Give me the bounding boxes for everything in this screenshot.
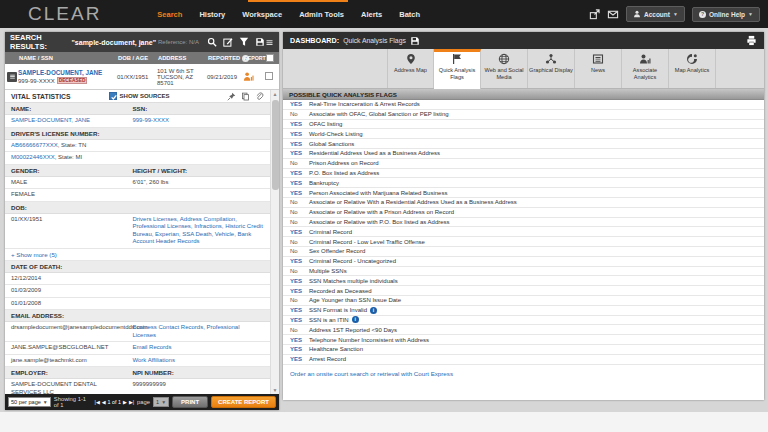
flag-value[interactable]: YES — [283, 356, 309, 362]
flag-row: NoAssociate or Relative with P.O. Box li… — [283, 218, 764, 228]
nav-search[interactable]: Search — [157, 10, 182, 19]
detail-value: FEMALE — [11, 191, 35, 197]
print-dashboard-icon[interactable] — [746, 35, 757, 46]
result-row[interactable]: SAMPLE-DOCUMENT, JANE 999-99-XXXX DECEAS… — [5, 64, 279, 90]
nav-history[interactable]: History — [199, 10, 225, 19]
pushpin-icon[interactable] — [227, 92, 236, 101]
copy-document-icon[interactable] — [241, 92, 250, 101]
col-dob-age[interactable]: DOB / AGE — [117, 55, 157, 61]
result-name-link[interactable]: SAMPLE-DOCUMENT, JANE — [18, 69, 117, 76]
info-icon[interactable]: i — [352, 316, 359, 323]
quick-analysis-report-icon[interactable] — [243, 71, 254, 82]
tab-quick-analysis-flags[interactable]: Quick Analysis Flags — [434, 49, 481, 89]
flag-value[interactable]: YES — [283, 346, 309, 352]
dashboard-subtitle: Quick Analysis Flags — [343, 37, 406, 44]
first-page-button[interactable]: |◀ — [95, 399, 100, 405]
nav-admin-tools[interactable]: Admin Tools — [299, 10, 344, 19]
flag-label: Prison Address on Record — [309, 160, 379, 166]
flag-value[interactable]: YES — [283, 121, 309, 127]
field-label-row: DOB: — [5, 202, 270, 214]
flag-label: Associate with OFAC, Global Sanction or … — [309, 111, 449, 117]
flag-label: Person Associated with Marijuana Related… — [309, 190, 447, 196]
row-handle-icon[interactable] — [7, 72, 17, 82]
show-more-link[interactable]: + Show more (5) — [5, 249, 270, 261]
scroll-up-icon[interactable]: ▲ — [273, 90, 278, 98]
flag-value[interactable]: YES — [283, 337, 309, 343]
flag-value[interactable]: YES — [283, 229, 309, 235]
detail-link[interactable]: Drivers Licenses, Address Compilation, P… — [132, 216, 262, 245]
export-icon[interactable] — [589, 9, 600, 20]
prev-page-button[interactable]: ◀ — [102, 399, 106, 405]
create-report-button[interactable]: CREATE REPORT — [211, 396, 276, 408]
page-select[interactable]: 1▼ — [153, 397, 169, 407]
flag-value[interactable]: YES — [283, 258, 309, 264]
flag-value[interactable]: YES — [283, 141, 309, 147]
flag-value[interactable]: YES — [283, 101, 309, 107]
detail-link[interactable]: Email Records — [132, 344, 171, 350]
mail-icon[interactable] — [607, 9, 619, 20]
flag-value[interactable]: YES — [283, 150, 309, 156]
flag-value[interactable]: YES — [283, 170, 309, 176]
court-express-link[interactable]: Order an onsite court search or retrieva… — [283, 365, 764, 377]
flag-row: YESArrest Record — [283, 355, 764, 365]
results-scrollbar[interactable]: ▲ ▼ — [270, 90, 279, 394]
tab-news[interactable]: News — [575, 49, 622, 88]
vital-statistics-title: VITAL STATISTICS — [11, 93, 71, 100]
flag-label: Associate or Relative With a Residential… — [309, 199, 517, 205]
detail-link[interactable]: SAMPLE-DOCUMENT, JANE — [11, 117, 90, 123]
flag-value[interactable]: YES — [283, 278, 309, 284]
paperclip-icon[interactable] — [255, 92, 264, 101]
save-dashboard-icon[interactable] — [410, 36, 420, 46]
flag-value[interactable]: YES — [283, 307, 309, 313]
detail-link[interactable]: Business Contact Records, Professional L… — [132, 324, 239, 338]
tab-web-and-social-media[interactable]: Web and Social Media — [481, 49, 528, 88]
flag-value[interactable]: YES — [283, 180, 309, 186]
tab-label: News — [591, 67, 605, 74]
flag-label: SSN Format is Invalidi — [309, 307, 377, 314]
account-button[interactable]: Account ▼ — [626, 6, 685, 22]
panel-menu-icon[interactable] — [265, 38, 274, 47]
flag-value[interactable]: YES — [283, 131, 309, 137]
per-page-select[interactable]: 50 per page▼ — [8, 397, 51, 407]
nav-alerts[interactable]: Alerts — [361, 10, 382, 19]
tab-associate-analytics[interactable]: Associate Analytics — [622, 49, 669, 88]
nav-workspace[interactable]: Workspace — [242, 10, 282, 19]
scrollbar-thumb[interactable] — [272, 100, 279, 190]
next-page-button[interactable]: ▶ — [123, 399, 127, 405]
col-reported[interactable]: REPORTED — [208, 55, 240, 61]
online-help-button[interactable]: ? Online Help ▼ — [692, 7, 760, 22]
detail-link[interactable]: M00022446XXX — [11, 154, 55, 160]
detail-link[interactable]: 999-99-XXXX — [132, 117, 169, 123]
result-checkbox[interactable] — [265, 72, 273, 80]
search-icon[interactable] — [207, 37, 217, 47]
dashboard-tabs: Address MapQuick Analysis FlagsWeb and S… — [283, 49, 764, 89]
col-name-ssn[interactable]: NAME / SSN — [18, 55, 117, 61]
flag-value[interactable]: YES — [283, 190, 309, 196]
flag-row: NoAssociate or Relative With a Residenti… — [283, 198, 764, 208]
search-query: "sample-document, jane" — [72, 39, 156, 46]
col-address[interactable]: ADDRESS — [157, 55, 207, 61]
detail-row: 01/03/2009 — [5, 285, 270, 298]
flag-value[interactable]: YES — [283, 317, 309, 323]
edit-search-icon[interactable] — [223, 37, 233, 47]
tab-graphical-display[interactable]: Graphical Display — [528, 49, 575, 88]
print-button[interactable]: PRINT — [172, 396, 208, 408]
show-sources-checkbox[interactable] — [109, 92, 117, 100]
last-page-button[interactable]: ▶| — [129, 399, 134, 405]
select-all-checkbox[interactable] — [266, 54, 274, 62]
info-icon[interactable]: i — [370, 307, 377, 314]
filter-icon[interactable] — [239, 37, 249, 47]
chevron-down-icon: ▼ — [748, 11, 753, 17]
tab-address-map[interactable]: Address Map — [387, 49, 434, 88]
detail-link[interactable]: Work Affiliations — [132, 357, 174, 363]
flag-value[interactable]: YES — [283, 288, 309, 294]
dashboard-title: DASHBOARD: — [290, 36, 339, 45]
save-icon[interactable] — [255, 37, 265, 47]
detail-link[interactable]: AB66666677XXX — [11, 142, 58, 148]
flag-label: Telephone Number Inconsistent with Addre… — [309, 337, 429, 343]
nav-batch[interactable]: Batch — [399, 10, 420, 19]
show-sources-toggle[interactable]: SHOW SOURCES — [109, 92, 170, 100]
tab-map-analytics[interactable]: Map Analytics — [669, 49, 716, 88]
help-icon: ? — [699, 11, 706, 18]
scroll-down-icon[interactable]: ▼ — [273, 386, 278, 394]
